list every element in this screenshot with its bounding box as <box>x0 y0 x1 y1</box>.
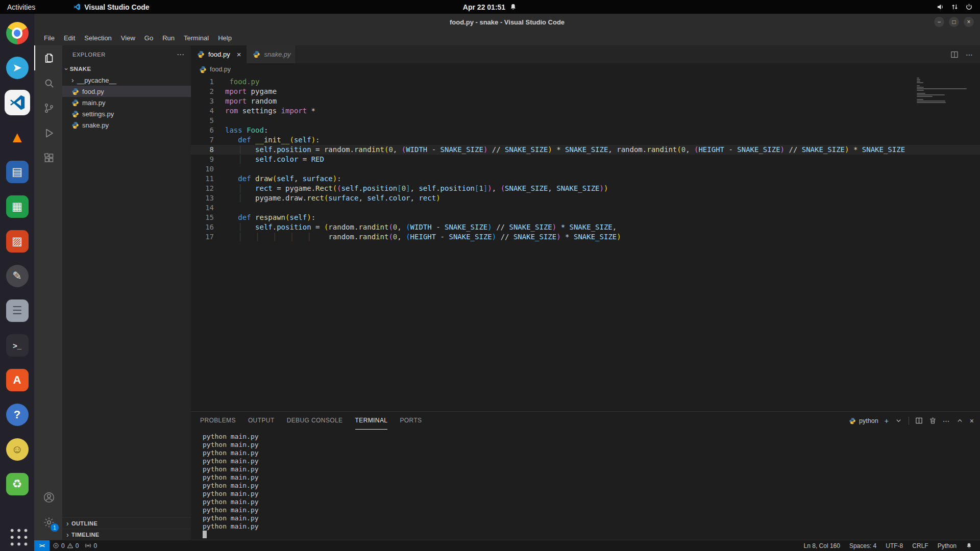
window-titlebar[interactable]: food.py - snake - Visual Studio Code − □… <box>34 14 980 30</box>
libreoffice-impress-icon[interactable]: ▨ <box>5 229 30 254</box>
gimp-icon[interactable]: ✎ <box>5 263 30 289</box>
maximize-panel-icon[interactable] <box>956 417 964 424</box>
file-item-settings-py[interactable]: settings.py <box>62 108 191 119</box>
clock-menu[interactable]: Apr 22 01:51 <box>463 0 517 14</box>
editor-more-actions-icon[interactable]: ⋯ <box>966 51 973 58</box>
menu-help[interactable]: Help <box>213 32 236 44</box>
explorer-icon[interactable] <box>34 45 62 70</box>
breadcrumb[interactable]: food.py <box>191 63 980 76</box>
warning-count: 0 <box>76 542 79 549</box>
code-line-2: 2mport pygame <box>191 87 980 96</box>
system-status-area[interactable] <box>937 3 980 11</box>
code-line-10: 10 <box>191 164 980 174</box>
sidebar-section-outline[interactable]: ›OUTLINE <box>62 517 191 529</box>
panel-tab-ports[interactable]: PORTS <box>400 412 422 430</box>
terminal-shell-chip[interactable]: python <box>849 417 878 424</box>
close-tab-icon[interactable]: × <box>237 50 241 59</box>
search-icon[interactable] <box>34 70 62 95</box>
code-line-3: 3mport random <box>191 96 980 106</box>
menu-run[interactable]: Run <box>158 32 179 44</box>
panel-tab-debug-console[interactable]: DEBUG CONSOLE <box>287 412 343 430</box>
panel-tab-terminal[interactable]: TERMINAL <box>355 412 388 430</box>
code-editor[interactable]: 1 food.py2mport pygame3mport random4rom … <box>191 76 980 411</box>
menu-go[interactable]: Go <box>140 32 158 44</box>
libreoffice-writer-icon[interactable]: ▤ <box>5 159 30 185</box>
terminal-dropdown-chevron-icon[interactable] <box>895 417 902 424</box>
project-section-header[interactable]: › SNAKE <box>62 63 191 74</box>
line-number: 12 <box>191 184 225 193</box>
tab-snake-py[interactable]: snake.py <box>247 45 296 63</box>
line-number: 14 <box>191 203 225 213</box>
python-file-icon <box>197 51 205 58</box>
file-item-food-py[interactable]: food.py <box>62 86 191 97</box>
account-icon[interactable] <box>34 485 62 510</box>
close-panel-icon[interactable]: × <box>970 417 974 424</box>
terminal-icon[interactable]: >_ <box>5 333 30 358</box>
editor-tab-bar: food.py×snake.py ⋯ <box>191 45 980 63</box>
sidebar-section-timeline[interactable]: ›TIMELINE <box>62 529 191 540</box>
remote-indicator[interactable]: >< <box>34 540 50 551</box>
folder-item-pycache[interactable]: ›__pycache__ <box>62 74 191 86</box>
vscode-icon[interactable] <box>5 90 30 115</box>
terminal-output[interactable]: python main.pypython main.pypython main.… <box>191 430 980 540</box>
cursor-position[interactable]: Ln 8, Col 160 <box>801 540 843 551</box>
show-applications-icon[interactable] <box>7 525 28 546</box>
menu-edit[interactable]: Edit <box>59 32 80 44</box>
trash-icon[interactable]: ♻ <box>5 471 30 497</box>
extensions-icon[interactable] <box>34 145 62 170</box>
focused-app-indicator[interactable]: Visual Studio Code <box>73 3 149 11</box>
close-button[interactable]: × <box>964 17 974 27</box>
line-number: 17 <box>191 232 225 242</box>
new-terminal-icon[interactable]: + <box>885 417 889 424</box>
volume-icon <box>937 3 944 11</box>
menu-view[interactable]: View <box>116 32 140 44</box>
maximize-button[interactable]: □ <box>949 17 959 27</box>
indentation[interactable]: Spaces: 4 <box>847 540 879 551</box>
chevron-down-icon: › <box>63 68 70 70</box>
game-icon[interactable]: ☺ <box>5 437 30 462</box>
line-number: 8 <box>191 145 225 155</box>
code-line-6: 6lass Food: <box>191 126 980 135</box>
menu-terminal[interactable]: Terminal <box>179 32 213 44</box>
activities-button[interactable]: Activities <box>0 0 42 14</box>
chrome-icon[interactable] <box>5 20 30 46</box>
help-icon[interactable]: ? <box>5 402 30 428</box>
panel-header: PROBLEMSOUTPUTDEBUG CONSOLETERMINALPORTS… <box>191 412 980 430</box>
language-mode[interactable]: Python <box>935 540 959 551</box>
run-debug-icon[interactable] <box>34 120 62 145</box>
code-line-13: 13 │ pygame.draw.rect(surface, self.colo… <box>191 193 980 203</box>
split-terminal-icon[interactable] <box>915 417 923 424</box>
kill-terminal-trash-icon[interactable] <box>929 417 937 424</box>
ubuntu-software-icon[interactable]: A <box>5 367 30 393</box>
tab-food-py[interactable]: food.py× <box>191 45 247 63</box>
menu-file[interactable]: File <box>39 32 59 44</box>
split-editor-icon[interactable] <box>950 51 959 59</box>
settings-gear-icon[interactable]: 1 <box>34 510 62 535</box>
minimap[interactable] <box>917 78 972 104</box>
problems-status[interactable]: 0 0 <box>50 540 82 551</box>
panel-tab-output[interactable]: OUTPUT <box>248 412 275 430</box>
vlc-icon[interactable]: ▲ <box>5 124 30 150</box>
menu-selection[interactable]: Selection <box>80 32 116 44</box>
explorer-more-actions-icon[interactable]: ⋯ <box>177 50 185 59</box>
files-icon[interactable]: ☰ <box>5 298 30 323</box>
python-file-icon <box>199 66 207 73</box>
encoding[interactable]: UTF-8 <box>883 540 905 551</box>
file-item-snake-py[interactable]: snake.py <box>62 119 191 131</box>
file-item-main-py[interactable]: main.py <box>62 97 191 108</box>
minimize-button[interactable]: − <box>934 17 944 27</box>
panel-tab-problems[interactable]: PROBLEMS <box>200 412 236 430</box>
vscode-small-icon <box>73 3 81 11</box>
menu-bar: FileEditSelectionViewGoRunTerminalHelp <box>34 30 980 45</box>
source-control-icon[interactable] <box>34 95 62 120</box>
window-controls: − □ × <box>934 17 980 27</box>
line-number: 9 <box>191 155 225 164</box>
ports-status[interactable]: 0 <box>82 540 100 551</box>
libreoffice-calc-icon[interactable]: ▦ <box>5 194 30 219</box>
eol-sequence[interactable]: CRLF <box>910 540 930 551</box>
notifications-bell[interactable] <box>963 540 975 551</box>
code-line-5: 5 <box>191 116 980 126</box>
panel-more-actions-icon[interactable]: ⋯ <box>943 417 950 424</box>
line-number: 15 <box>191 213 225 222</box>
telegram-icon[interactable]: ➤ <box>5 55 30 81</box>
